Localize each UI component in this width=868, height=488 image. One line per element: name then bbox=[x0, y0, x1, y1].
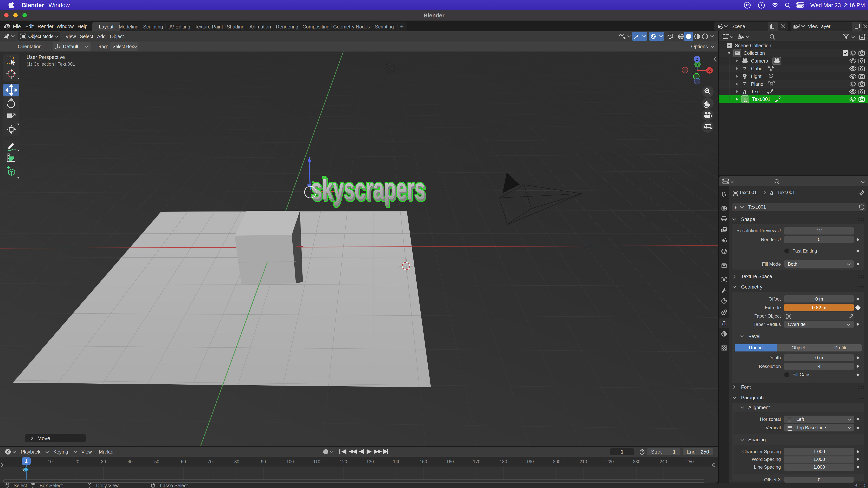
svg-text:190: 190 bbox=[526, 459, 534, 464]
svg-text:90: 90 bbox=[261, 459, 266, 464]
svg-text:120: 120 bbox=[340, 459, 347, 464]
svg-text:140: 140 bbox=[393, 459, 400, 464]
svg-text:Z: Z bbox=[696, 57, 698, 62]
svg-text:100: 100 bbox=[286, 459, 294, 464]
svg-text:60: 60 bbox=[181, 459, 186, 464]
svg-text:150: 150 bbox=[420, 459, 427, 464]
svg-text:200: 200 bbox=[553, 459, 560, 464]
svg-text:70: 70 bbox=[208, 459, 213, 464]
svg-text:X: X bbox=[708, 68, 711, 73]
svg-text:Y: Y bbox=[696, 62, 699, 67]
svg-text:20: 20 bbox=[74, 459, 80, 464]
svg-text:30: 30 bbox=[101, 459, 106, 464]
svg-text:10: 10 bbox=[48, 459, 53, 464]
svg-text:skyscrapers: skyscrapers bbox=[311, 172, 425, 205]
svg-text:80: 80 bbox=[234, 459, 239, 464]
svg-text:50: 50 bbox=[154, 459, 159, 464]
svg-text:(1) Collection | Text.001: (1) Collection | Text.001 bbox=[27, 61, 75, 67]
svg-text:220: 220 bbox=[606, 459, 614, 464]
svg-text:170: 170 bbox=[473, 459, 480, 464]
svg-text:130: 130 bbox=[366, 459, 374, 464]
svg-text:240: 240 bbox=[659, 459, 667, 464]
svg-text:180: 180 bbox=[500, 459, 507, 464]
svg-text:210: 210 bbox=[580, 459, 587, 464]
svg-text:40: 40 bbox=[128, 459, 133, 464]
svg-text:230: 230 bbox=[633, 459, 640, 464]
svg-text:110: 110 bbox=[313, 459, 320, 464]
svg-text:Move: Move bbox=[37, 435, 50, 441]
svg-text:User Perspective: User Perspective bbox=[27, 54, 65, 60]
svg-text:250: 250 bbox=[686, 459, 693, 464]
svg-text:160: 160 bbox=[446, 459, 454, 464]
